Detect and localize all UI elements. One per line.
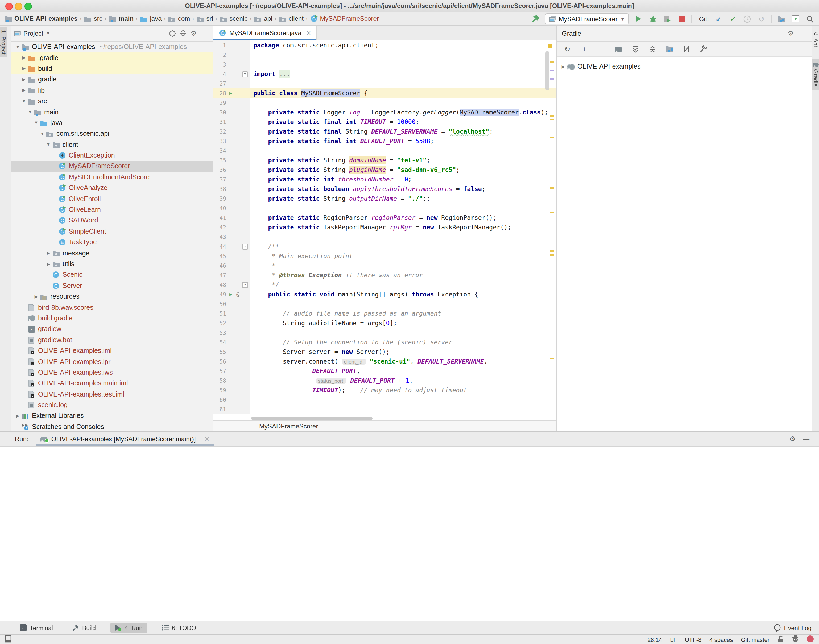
code-text[interactable] (250, 98, 556, 107)
gutter[interactable]: 43 (213, 232, 250, 242)
editor-area[interactable]: C MySADFrameScorer.java ✕ 1package com.s… (213, 26, 556, 431)
tree-item-oliveanalyze[interactable]: COliveAnalyze (11, 182, 213, 193)
tree-item-gradlew-bat[interactable]: gradlew.bat (11, 334, 213, 345)
chevron-right-icon[interactable]: ▶ (560, 64, 567, 69)
locate-file-icon[interactable] (167, 28, 178, 38)
gutter[interactable]: 37 (213, 175, 250, 184)
gutter[interactable]: 57 (213, 366, 250, 376)
tree-item-lib[interactable]: ▶lib (11, 85, 213, 96)
tree-item-utils[interactable]: ▶utils (11, 259, 213, 270)
tree-item-java[interactable]: ▼java (11, 117, 213, 128)
gradle-tree-root[interactable]: ▶ OLIVE-API-examples (557, 61, 812, 72)
add-icon[interactable]: + (579, 44, 589, 54)
run-tab[interactable]: OLIVE-API-examples [MySADFrameScorer.mai… (36, 432, 214, 446)
code-text[interactable] (250, 232, 556, 242)
tree-item-sadword[interactable]: CSADWord (11, 215, 213, 226)
debug-button[interactable] (648, 14, 658, 24)
fold-collapse-icon[interactable]: - (242, 244, 248, 250)
expand-all-icon[interactable] (630, 44, 641, 54)
code-text[interactable]: private static final String DEFAULT_SERV… (250, 127, 556, 136)
breadcrumb-com[interactable]: com (168, 15, 190, 22)
chevron-right-icon[interactable]: ▶ (20, 77, 28, 82)
running-processes-icon[interactable] (791, 14, 801, 24)
code-text[interactable]: import ... (250, 69, 556, 79)
tree-item--gradle[interactable]: ▶.gradle (11, 52, 213, 63)
code-text[interactable]: package com.sri.scenic.api.client; (250, 40, 556, 50)
breadcrumb-api[interactable]: api (254, 15, 272, 22)
remove-icon[interactable]: − (596, 44, 607, 54)
chevron-down-icon[interactable]: ▼ (14, 44, 21, 49)
run-button[interactable] (634, 14, 644, 24)
hide-panel-icon[interactable]: — (796, 28, 807, 38)
git-update-button[interactable]: ↙ (713, 14, 723, 24)
tree-item-external-libraries[interactable]: ▶External Libraries (11, 411, 213, 422)
breadcrumb-sri[interactable]: sri (196, 15, 213, 22)
gutter[interactable]: 56 (213, 357, 250, 366)
code-text[interactable]: private static final int DEFAULT_PORT = … (250, 136, 556, 146)
breadcrumb-client[interactable]: client (279, 15, 304, 22)
gutter[interactable]: 59 (213, 385, 250, 395)
gutter[interactable]: 1 (213, 40, 250, 50)
tool-window-button-run[interactable]: 4: Run (110, 623, 147, 633)
code-text[interactable]: * (250, 261, 556, 270)
build-hammer-icon[interactable] (530, 14, 540, 24)
breadcrumb-olive-api-examples[interactable]: OLIVE-API-examples (4, 15, 77, 22)
tree-item-scenic[interactable]: CScenic (11, 269, 213, 280)
code-text[interactable]: private static String domainName = "tel-… (250, 155, 556, 165)
code-text[interactable]: // audio file name is passed as an argum… (250, 309, 556, 318)
code-text[interactable]: * Main execution point (250, 251, 556, 261)
gutter[interactable]: 44- (213, 242, 250, 251)
gutter[interactable]: 46 (213, 261, 250, 270)
gutter[interactable]: 42 (213, 222, 250, 232)
tree-item-olive-api-examples-main-iml[interactable]: OLIVE-API-examples.main.iml (11, 378, 213, 389)
run-line-icon[interactable]: ▶ (230, 89, 232, 97)
gutter[interactable]: 2 (213, 50, 250, 60)
tree-item-build[interactable]: ▶build (11, 63, 213, 74)
error-analysis-icon[interactable]: ! (807, 635, 814, 644)
chevron-down-icon[interactable]: ▼ (46, 31, 50, 36)
gutter[interactable]: 34 (213, 146, 250, 155)
code-text[interactable]: private static Logger log = LoggerFactor… (250, 107, 556, 117)
hide-panel-icon[interactable]: — (199, 28, 210, 38)
sources-folder-icon[interactable] (664, 44, 675, 54)
gutter[interactable]: 55 (213, 347, 250, 357)
gradle-elephant-icon[interactable] (613, 44, 624, 54)
gutter[interactable]: 60 (213, 395, 250, 405)
git-branch[interactable]: Git: master (741, 636, 770, 642)
code-text[interactable]: Server server = new Server(); (250, 347, 556, 357)
chevron-right-icon[interactable]: ▶ (14, 414, 21, 418)
chevron-down-icon[interactable]: ▼ (39, 132, 46, 136)
breadcrumb-scenic[interactable]: scenic (219, 15, 248, 22)
code-text[interactable]: String audioFileName = args[0]; (250, 318, 556, 328)
gutter[interactable]: 48- (213, 280, 250, 290)
tree-item-oliveenroll[interactable]: COliveEnroll (11, 193, 213, 204)
search-everywhere-icon[interactable] (805, 14, 815, 24)
run-configuration-select[interactable]: MySADFrameScorer ▼ (545, 13, 629, 25)
tool-window-button-todo[interactable]: 6: TODO (157, 623, 201, 633)
gutter[interactable]: 51 (213, 309, 250, 318)
tree-item-olive-api-examples[interactable]: ▼OLIVE-API-examples~/repos/OLIVE-API-exa… (11, 41, 213, 52)
editor-breadcrumb[interactable]: MySADFrameScorer (213, 420, 556, 431)
gutter[interactable]: 3 (213, 60, 250, 69)
tree-item-olive-api-examples-iml[interactable]: OLIVE-API-examples.iml (11, 345, 213, 356)
line-separator[interactable]: LF (670, 636, 677, 642)
git-commit-button[interactable]: ✔ (728, 14, 738, 24)
tree-item-simpleclient[interactable]: CSimpleClient (11, 226, 213, 237)
tree-item-bird-8b-wav-scores[interactable]: bird-8b.wav.scores (11, 302, 213, 313)
project-tree[interactable]: ▼OLIVE-API-examples~/repos/OLIVE-API-exa… (11, 41, 213, 431)
refresh-icon[interactable]: ↻ (562, 44, 573, 54)
gutter[interactable]: 32 (213, 127, 250, 136)
close-window-icon[interactable] (5, 3, 13, 10)
gutter[interactable]: 39 (213, 194, 250, 203)
gutter[interactable]: 38 (213, 184, 250, 194)
code-text[interactable] (250, 203, 556, 213)
tool-window-button-build[interactable]: Build (67, 623, 101, 633)
tool-stripe-ant[interactable]: ⁂Ant (812, 28, 819, 50)
tree-item-main[interactable]: ▼main (11, 107, 213, 118)
editor-horizontal-scrollbar[interactable] (251, 417, 372, 420)
breadcrumb-main[interactable]: main (109, 15, 133, 22)
tree-item-mysadframescorer[interactable]: CMySADFrameScorer (11, 161, 213, 172)
changed-files-icon[interactable] (776, 14, 786, 24)
tree-item-client[interactable]: ▼client (11, 139, 213, 150)
run-line-icon[interactable]: ▶ (230, 291, 232, 298)
